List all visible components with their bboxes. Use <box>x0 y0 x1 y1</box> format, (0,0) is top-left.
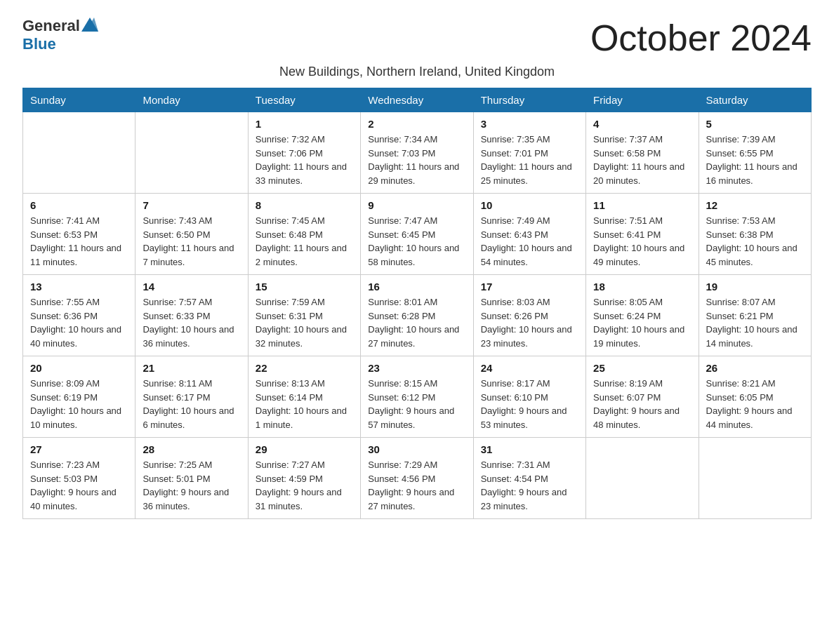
day-number: 31 <box>481 443 578 455</box>
calendar-week-row: 13Sunrise: 7:55 AMSunset: 6:36 PMDayligh… <box>23 275 812 356</box>
day-info: Sunrise: 7:39 AMSunset: 6:55 PMDaylight:… <box>706 133 804 187</box>
day-number: 12 <box>706 199 804 211</box>
location-subtitle: New Buildings, Northern Ireland, United … <box>22 65 812 79</box>
day-number: 27 <box>30 443 128 455</box>
day-info: Sunrise: 7:35 AMSunset: 7:01 PMDaylight:… <box>481 133 578 187</box>
logo-general-text: General <box>22 17 80 35</box>
calendar-cell: 28Sunrise: 7:25 AMSunset: 5:01 PMDayligh… <box>135 438 248 519</box>
day-info: Sunrise: 8:03 AMSunset: 6:26 PMDaylight:… <box>481 295 578 350</box>
day-number: 6 <box>30 199 128 211</box>
day-info: Sunrise: 7:53 AMSunset: 6:38 PMDaylight:… <box>706 214 804 269</box>
day-number: 13 <box>30 281 128 293</box>
calendar-cell: 31Sunrise: 7:31 AMSunset: 4:54 PMDayligh… <box>473 438 585 519</box>
day-info: Sunrise: 8:21 AMSunset: 6:05 PMDaylight:… <box>706 377 804 431</box>
day-info: Sunrise: 7:41 AMSunset: 6:53 PMDaylight:… <box>30 214 128 269</box>
calendar-cell: 11Sunrise: 7:51 AMSunset: 6:41 PMDayligh… <box>586 194 699 275</box>
calendar-cell: 21Sunrise: 8:11 AMSunset: 6:17 PMDayligh… <box>135 356 248 438</box>
day-number: 16 <box>368 281 465 293</box>
day-info: Sunrise: 8:17 AMSunset: 6:10 PMDaylight:… <box>481 377 578 431</box>
calendar-cell <box>586 438 699 519</box>
calendar-header-row: SundayMondayTuesdayWednesdayThursdayFrid… <box>23 88 812 112</box>
logo-blue-text: Blue <box>22 35 56 53</box>
calendar-cell: 10Sunrise: 7:49 AMSunset: 6:43 PMDayligh… <box>473 194 585 275</box>
day-number: 2 <box>368 118 465 130</box>
logo: General Blue <box>22 17 100 53</box>
day-number: 19 <box>706 281 804 293</box>
day-number: 11 <box>593 199 691 211</box>
calendar-cell: 12Sunrise: 7:53 AMSunset: 6:38 PMDayligh… <box>699 194 811 275</box>
month-title: October 2024 <box>590 17 812 59</box>
calendar-cell: 1Sunrise: 7:32 AMSunset: 7:06 PMDaylight… <box>248 112 360 194</box>
day-info: Sunrise: 7:25 AMSunset: 5:01 PMDaylight:… <box>143 458 240 513</box>
calendar-cell: 15Sunrise: 7:59 AMSunset: 6:31 PMDayligh… <box>248 275 360 356</box>
day-number: 4 <box>593 118 691 130</box>
day-info: Sunrise: 8:09 AMSunset: 6:19 PMDaylight:… <box>30 377 128 431</box>
day-number: 9 <box>368 199 465 211</box>
day-info: Sunrise: 7:57 AMSunset: 6:33 PMDaylight:… <box>143 295 240 350</box>
calendar-cell: 16Sunrise: 8:01 AMSunset: 6:28 PMDayligh… <box>361 275 473 356</box>
day-info: Sunrise: 8:05 AMSunset: 6:24 PMDaylight:… <box>593 295 691 350</box>
calendar-cell: 18Sunrise: 8:05 AMSunset: 6:24 PMDayligh… <box>586 275 699 356</box>
calendar-week-row: 1Sunrise: 7:32 AMSunset: 7:06 PMDaylight… <box>23 112 812 194</box>
day-number: 1 <box>256 118 353 130</box>
weekday-header-saturday: Saturday <box>699 88 811 112</box>
day-number: 10 <box>481 199 578 211</box>
calendar-cell: 19Sunrise: 8:07 AMSunset: 6:21 PMDayligh… <box>699 275 811 356</box>
calendar-cell: 3Sunrise: 7:35 AMSunset: 7:01 PMDaylight… <box>473 112 585 194</box>
calendar-cell: 26Sunrise: 8:21 AMSunset: 6:05 PMDayligh… <box>699 356 811 438</box>
day-info: Sunrise: 7:37 AMSunset: 6:58 PMDaylight:… <box>593 133 691 187</box>
calendar-cell: 20Sunrise: 8:09 AMSunset: 6:19 PMDayligh… <box>23 356 135 438</box>
day-info: Sunrise: 7:55 AMSunset: 6:36 PMDaylight:… <box>30 295 128 350</box>
day-info: Sunrise: 8:07 AMSunset: 6:21 PMDaylight:… <box>706 295 804 350</box>
calendar-cell: 24Sunrise: 8:17 AMSunset: 6:10 PMDayligh… <box>473 356 585 438</box>
day-info: Sunrise: 7:47 AMSunset: 6:45 PMDaylight:… <box>368 214 465 269</box>
calendar-cell: 22Sunrise: 8:13 AMSunset: 6:14 PMDayligh… <box>248 356 360 438</box>
calendar-week-row: 20Sunrise: 8:09 AMSunset: 6:19 PMDayligh… <box>23 356 812 438</box>
day-info: Sunrise: 8:13 AMSunset: 6:14 PMDaylight:… <box>256 377 353 431</box>
day-number: 8 <box>256 199 353 211</box>
calendar-cell: 6Sunrise: 7:41 AMSunset: 6:53 PMDaylight… <box>23 194 135 275</box>
day-number: 25 <box>593 362 691 374</box>
page-header: General Blue October 2024 <box>22 17 812 59</box>
day-info: Sunrise: 8:15 AMSunset: 6:12 PMDaylight:… <box>368 377 465 431</box>
calendar-cell: 29Sunrise: 7:27 AMSunset: 4:59 PMDayligh… <box>248 438 360 519</box>
calendar-cell: 17Sunrise: 8:03 AMSunset: 6:26 PMDayligh… <box>473 275 585 356</box>
weekday-header-monday: Monday <box>135 88 248 112</box>
calendar-cell <box>699 438 811 519</box>
day-number: 24 <box>481 362 578 374</box>
day-info: Sunrise: 8:01 AMSunset: 6:28 PMDaylight:… <box>368 295 465 350</box>
calendar-week-row: 27Sunrise: 7:23 AMSunset: 5:03 PMDayligh… <box>23 438 812 519</box>
calendar-table: SundayMondayTuesdayWednesdayThursdayFrid… <box>22 88 812 519</box>
calendar-cell <box>135 112 248 194</box>
day-info: Sunrise: 7:43 AMSunset: 6:50 PMDaylight:… <box>143 214 240 269</box>
calendar-cell: 8Sunrise: 7:45 AMSunset: 6:48 PMDaylight… <box>248 194 360 275</box>
day-number: 26 <box>706 362 804 374</box>
calendar-cell: 27Sunrise: 7:23 AMSunset: 5:03 PMDayligh… <box>23 438 135 519</box>
day-info: Sunrise: 8:11 AMSunset: 6:17 PMDaylight:… <box>143 377 240 431</box>
day-number: 18 <box>593 281 691 293</box>
day-number: 29 <box>256 443 353 455</box>
calendar-week-row: 6Sunrise: 7:41 AMSunset: 6:53 PMDaylight… <box>23 194 812 275</box>
day-info: Sunrise: 7:27 AMSunset: 4:59 PMDaylight:… <box>256 458 353 513</box>
calendar-cell: 2Sunrise: 7:34 AMSunset: 7:03 PMDaylight… <box>361 112 473 194</box>
day-number: 28 <box>143 443 240 455</box>
calendar-cell: 13Sunrise: 7:55 AMSunset: 6:36 PMDayligh… <box>23 275 135 356</box>
day-number: 20 <box>30 362 128 374</box>
weekday-header-tuesday: Tuesday <box>248 88 360 112</box>
logo-icon <box>81 18 98 32</box>
weekday-header-thursday: Thursday <box>473 88 585 112</box>
calendar-cell: 4Sunrise: 7:37 AMSunset: 6:58 PMDaylight… <box>586 112 699 194</box>
day-number: 22 <box>256 362 353 374</box>
day-number: 21 <box>143 362 240 374</box>
weekday-header-friday: Friday <box>586 88 699 112</box>
day-number: 17 <box>481 281 578 293</box>
day-info: Sunrise: 7:32 AMSunset: 7:06 PMDaylight:… <box>256 133 353 187</box>
day-info: Sunrise: 7:34 AMSunset: 7:03 PMDaylight:… <box>368 133 465 187</box>
day-info: Sunrise: 7:51 AMSunset: 6:41 PMDaylight:… <box>593 214 691 269</box>
day-number: 30 <box>368 443 465 455</box>
weekday-header-wednesday: Wednesday <box>361 88 473 112</box>
day-info: Sunrise: 7:45 AMSunset: 6:48 PMDaylight:… <box>256 214 353 269</box>
day-number: 23 <box>368 362 465 374</box>
calendar-cell: 23Sunrise: 8:15 AMSunset: 6:12 PMDayligh… <box>361 356 473 438</box>
day-number: 7 <box>143 199 240 211</box>
